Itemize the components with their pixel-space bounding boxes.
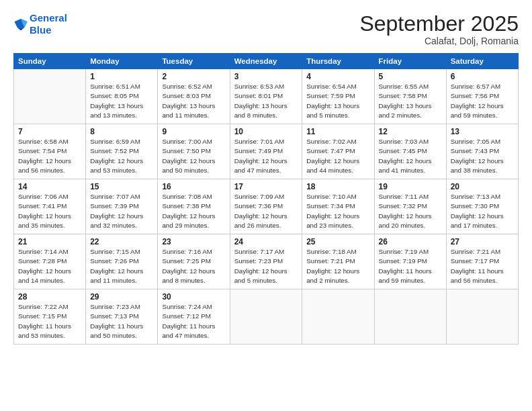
day-info: Sunrise: 6:51 AM Sunset: 8:05 PM Dayligh… xyxy=(90,82,153,120)
day-info: Sunrise: 7:18 AM Sunset: 7:21 PM Dayligh… xyxy=(306,247,369,285)
calendar-cell: 3Sunrise: 6:53 AM Sunset: 8:01 PM Daylig… xyxy=(230,69,302,124)
calendar-week-2: 7Sunrise: 6:58 AM Sunset: 7:54 PM Daylig… xyxy=(14,124,519,179)
day-info: Sunrise: 6:54 AM Sunset: 7:59 PM Dayligh… xyxy=(306,82,369,120)
calendar-cell: 4Sunrise: 6:54 AM Sunset: 7:59 PM Daylig… xyxy=(302,69,374,124)
calendar-cell: 6Sunrise: 6:57 AM Sunset: 7:56 PM Daylig… xyxy=(446,69,518,124)
day-header-sunday: Sunday xyxy=(14,54,86,69)
day-header-wednesday: Wednesday xyxy=(230,54,302,69)
day-number: 4 xyxy=(306,72,369,81)
header: General Blue September 2025 Calafat, Dol… xyxy=(13,12,519,46)
day-info: Sunrise: 7:00 AM Sunset: 7:50 PM Dayligh… xyxy=(162,137,225,175)
calendar-cell: 28Sunrise: 7:22 AM Sunset: 7:15 PM Dayli… xyxy=(14,289,86,345)
day-info: Sunrise: 7:01 AM Sunset: 7:49 PM Dayligh… xyxy=(234,137,298,175)
location: Calafat, Dolj, Romania xyxy=(359,36,519,46)
calendar-header-row: SundayMondayTuesdayWednesdayThursdayFrid… xyxy=(14,54,519,69)
logo-line1: General xyxy=(30,12,67,24)
month-title: September 2025 xyxy=(359,12,519,36)
day-number: 28 xyxy=(18,292,81,302)
calendar-cell: 14Sunrise: 7:06 AM Sunset: 7:41 PM Dayli… xyxy=(14,179,86,234)
calendar-cell: 12Sunrise: 7:03 AM Sunset: 7:45 PM Dayli… xyxy=(374,124,446,179)
day-number: 14 xyxy=(18,182,81,191)
day-header-saturday: Saturday xyxy=(446,54,518,69)
calendar-cell: 2Sunrise: 6:52 AM Sunset: 8:03 PM Daylig… xyxy=(158,69,230,124)
day-header-thursday: Thursday xyxy=(302,54,374,69)
day-info: Sunrise: 7:15 AM Sunset: 7:26 PM Dayligh… xyxy=(90,247,153,285)
calendar-cell xyxy=(446,289,518,345)
day-number: 18 xyxy=(306,182,369,191)
day-info: Sunrise: 6:57 AM Sunset: 7:56 PM Dayligh… xyxy=(451,82,514,120)
calendar-cell: 25Sunrise: 7:18 AM Sunset: 7:21 PM Dayli… xyxy=(302,234,374,289)
logo-line2: Blue xyxy=(30,24,52,36)
calendar-cell: 16Sunrise: 7:08 AM Sunset: 7:38 PM Dayli… xyxy=(158,179,230,234)
day-info: Sunrise: 6:59 AM Sunset: 7:52 PM Dayligh… xyxy=(90,137,153,175)
day-number: 8 xyxy=(90,127,153,136)
day-info: Sunrise: 7:07 AM Sunset: 7:39 PM Dayligh… xyxy=(90,192,153,230)
calendar-cell: 30Sunrise: 7:24 AM Sunset: 7:12 PM Dayli… xyxy=(158,289,230,345)
day-number: 10 xyxy=(234,127,298,136)
day-header-tuesday: Tuesday xyxy=(158,54,230,69)
calendar-cell: 29Sunrise: 7:23 AM Sunset: 7:13 PM Dayli… xyxy=(86,289,158,345)
day-info: Sunrise: 7:08 AM Sunset: 7:38 PM Dayligh… xyxy=(162,192,225,230)
day-info: Sunrise: 7:10 AM Sunset: 7:34 PM Dayligh… xyxy=(306,192,369,230)
calendar-cell xyxy=(374,289,446,345)
day-info: Sunrise: 7:09 AM Sunset: 7:36 PM Dayligh… xyxy=(234,192,298,230)
day-number: 11 xyxy=(306,127,369,136)
title-block: September 2025 Calafat, Dolj, Romania xyxy=(359,12,519,46)
logo-text: General Blue xyxy=(30,12,67,36)
calendar-cell: 8Sunrise: 6:59 AM Sunset: 7:52 PM Daylig… xyxy=(86,124,158,179)
calendar-cell: 18Sunrise: 7:10 AM Sunset: 7:34 PM Dayli… xyxy=(302,179,374,234)
day-number: 1 xyxy=(90,72,153,81)
calendar-cell: 17Sunrise: 7:09 AM Sunset: 7:36 PM Dayli… xyxy=(230,179,302,234)
day-number: 6 xyxy=(451,72,514,81)
calendar-cell: 9Sunrise: 7:00 AM Sunset: 7:50 PM Daylig… xyxy=(158,124,230,179)
calendar: SundayMondayTuesdayWednesdayThursdayFrid… xyxy=(13,53,519,345)
calendar-week-3: 14Sunrise: 7:06 AM Sunset: 7:41 PM Dayli… xyxy=(14,179,519,234)
calendar-cell: 1Sunrise: 6:51 AM Sunset: 8:05 PM Daylig… xyxy=(86,69,158,124)
calendar-cell: 10Sunrise: 7:01 AM Sunset: 7:49 PM Dayli… xyxy=(230,124,302,179)
day-number: 19 xyxy=(379,182,442,191)
day-number: 3 xyxy=(234,72,298,81)
day-info: Sunrise: 7:23 AM Sunset: 7:13 PM Dayligh… xyxy=(90,302,153,340)
day-info: Sunrise: 7:06 AM Sunset: 7:41 PM Dayligh… xyxy=(18,192,81,230)
calendar-cell: 21Sunrise: 7:14 AM Sunset: 7:28 PM Dayli… xyxy=(14,234,86,289)
day-number: 25 xyxy=(306,237,369,246)
page: General Blue September 2025 Calafat, Dol… xyxy=(0,0,532,411)
day-info: Sunrise: 7:13 AM Sunset: 7:30 PM Dayligh… xyxy=(451,192,514,230)
day-number: 22 xyxy=(90,237,153,246)
calendar-cell xyxy=(14,69,86,124)
day-info: Sunrise: 7:22 AM Sunset: 7:15 PM Dayligh… xyxy=(18,302,81,340)
day-info: Sunrise: 7:16 AM Sunset: 7:25 PM Dayligh… xyxy=(162,247,225,285)
day-number: 21 xyxy=(18,237,81,246)
day-number: 2 xyxy=(162,72,225,81)
day-number: 26 xyxy=(379,237,442,246)
day-info: Sunrise: 7:17 AM Sunset: 7:23 PM Dayligh… xyxy=(234,247,298,285)
day-number: 13 xyxy=(451,127,514,136)
calendar-week-5: 28Sunrise: 7:22 AM Sunset: 7:15 PM Dayli… xyxy=(14,289,519,345)
calendar-cell xyxy=(302,289,374,345)
calendar-cell: 24Sunrise: 7:17 AM Sunset: 7:23 PM Dayli… xyxy=(230,234,302,289)
logo: General Blue xyxy=(13,12,67,36)
calendar-week-4: 21Sunrise: 7:14 AM Sunset: 7:28 PM Dayli… xyxy=(14,234,519,289)
logo-icon xyxy=(13,17,28,32)
day-number: 27 xyxy=(451,237,514,246)
calendar-cell: 26Sunrise: 7:19 AM Sunset: 7:19 PM Dayli… xyxy=(374,234,446,289)
svg-marker-2 xyxy=(17,28,24,30)
calendar-cell: 5Sunrise: 6:55 AM Sunset: 7:58 PM Daylig… xyxy=(374,69,446,124)
day-info: Sunrise: 7:05 AM Sunset: 7:43 PM Dayligh… xyxy=(451,137,514,175)
day-info: Sunrise: 7:02 AM Sunset: 7:47 PM Dayligh… xyxy=(306,137,369,175)
day-info: Sunrise: 7:14 AM Sunset: 7:28 PM Dayligh… xyxy=(18,247,81,285)
day-info: Sunrise: 6:52 AM Sunset: 8:03 PM Dayligh… xyxy=(162,82,225,120)
calendar-week-1: 1Sunrise: 6:51 AM Sunset: 8:05 PM Daylig… xyxy=(14,69,519,124)
day-info: Sunrise: 7:03 AM Sunset: 7:45 PM Dayligh… xyxy=(379,137,442,175)
calendar-cell: 13Sunrise: 7:05 AM Sunset: 7:43 PM Dayli… xyxy=(446,124,518,179)
calendar-cell: 11Sunrise: 7:02 AM Sunset: 7:47 PM Dayli… xyxy=(302,124,374,179)
day-info: Sunrise: 7:24 AM Sunset: 7:12 PM Dayligh… xyxy=(162,302,225,340)
day-number: 20 xyxy=(451,182,514,191)
day-info: Sunrise: 6:53 AM Sunset: 8:01 PM Dayligh… xyxy=(234,82,298,120)
day-number: 5 xyxy=(379,72,442,81)
calendar-cell: 15Sunrise: 7:07 AM Sunset: 7:39 PM Dayli… xyxy=(86,179,158,234)
day-info: Sunrise: 7:21 AM Sunset: 7:17 PM Dayligh… xyxy=(451,247,514,285)
day-number: 23 xyxy=(162,237,225,246)
day-number: 9 xyxy=(162,127,225,136)
calendar-cell: 22Sunrise: 7:15 AM Sunset: 7:26 PM Dayli… xyxy=(86,234,158,289)
